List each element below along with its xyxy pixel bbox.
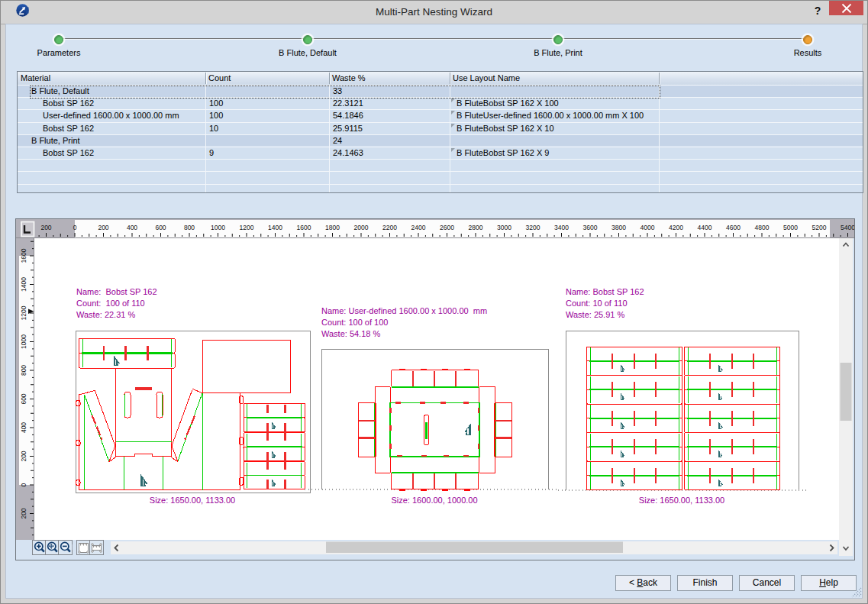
svg-text:Size: 1600.00, 1000.00: Size: 1600.00, 1000.00 <box>391 496 477 505</box>
svg-text:1000: 1000 <box>20 334 27 349</box>
svg-text:Name: Bobst SP 162: Name: Bobst SP 162 <box>76 287 157 296</box>
svg-text:4600: 4600 <box>726 224 741 231</box>
svg-text:1600: 1600 <box>297 224 311 231</box>
svg-text:Size: 1650.00, 1133.00: Size: 1650.00, 1133.00 <box>639 496 724 505</box>
svg-text:400: 400 <box>20 422 27 433</box>
svg-text:1400: 1400 <box>268 224 282 231</box>
svg-text:600: 600 <box>155 224 166 231</box>
svg-text:3800: 3800 <box>611 224 626 231</box>
svg-text:Name: Bobst SP 162: Name: Bobst SP 162 <box>566 287 644 296</box>
svg-text:800: 800 <box>184 224 195 231</box>
svg-text:1200: 1200 <box>20 305 27 320</box>
svg-text:5000: 5000 <box>783 224 798 231</box>
svg-text:400: 400 <box>127 224 137 231</box>
svg-text:4000: 4000 <box>641 224 655 231</box>
svg-text:1200: 1200 <box>240 224 254 231</box>
svg-text:2200: 2200 <box>382 224 397 231</box>
svg-text:200: 200 <box>98 224 108 231</box>
svg-text:3600: 3600 <box>583 224 598 231</box>
svg-text:2000: 2000 <box>354 224 369 231</box>
svg-text:2600: 2600 <box>440 224 454 231</box>
svg-text:Waste: 22.31 %: Waste: 22.31 % <box>76 310 135 319</box>
svg-text:0: 0 <box>20 483 27 486</box>
svg-text:4200: 4200 <box>669 224 683 231</box>
svg-text:200: 200 <box>20 451 27 461</box>
svg-text:3000: 3000 <box>497 224 511 231</box>
svg-text:5200: 5200 <box>812 224 827 231</box>
svg-text:Waste: 54.18 %: Waste: 54.18 % <box>321 329 380 338</box>
svg-text:200: 200 <box>20 508 27 518</box>
svg-text:2800: 2800 <box>469 224 483 231</box>
svg-text:1800: 1800 <box>325 224 340 231</box>
svg-text:1400: 1400 <box>20 277 27 292</box>
svg-text:0: 0 <box>73 224 77 231</box>
svg-text:3200: 3200 <box>526 224 540 231</box>
svg-text:Size: 1650.00, 1133.00: Size: 1650.00, 1133.00 <box>150 496 235 505</box>
svg-text:1000: 1000 <box>211 224 225 231</box>
svg-text:Count: 10 of 110: Count: 10 of 110 <box>566 299 628 308</box>
svg-text:Count: 100 of 110: Count: 100 of 110 <box>76 299 145 308</box>
svg-text:Waste: 25.91 %: Waste: 25.91 % <box>566 310 624 319</box>
svg-text:800: 800 <box>20 365 27 376</box>
svg-text:200: 200 <box>40 224 51 231</box>
svg-text:4400: 4400 <box>698 224 712 231</box>
svg-text:5400: 5400 <box>841 224 854 231</box>
svg-text:600: 600 <box>20 393 27 404</box>
svg-text:4800: 4800 <box>755 224 770 231</box>
svg-text:Name: User-defined 1600.00 x 1: Name: User-defined 1600.00 x 1000.00 mm <box>321 306 487 315</box>
svg-text:3400: 3400 <box>554 224 569 231</box>
svg-text:2400: 2400 <box>411 224 426 231</box>
svg-text:1600: 1600 <box>20 248 27 263</box>
svg-text:Count: 100 of 100: Count: 100 of 100 <box>321 318 388 327</box>
